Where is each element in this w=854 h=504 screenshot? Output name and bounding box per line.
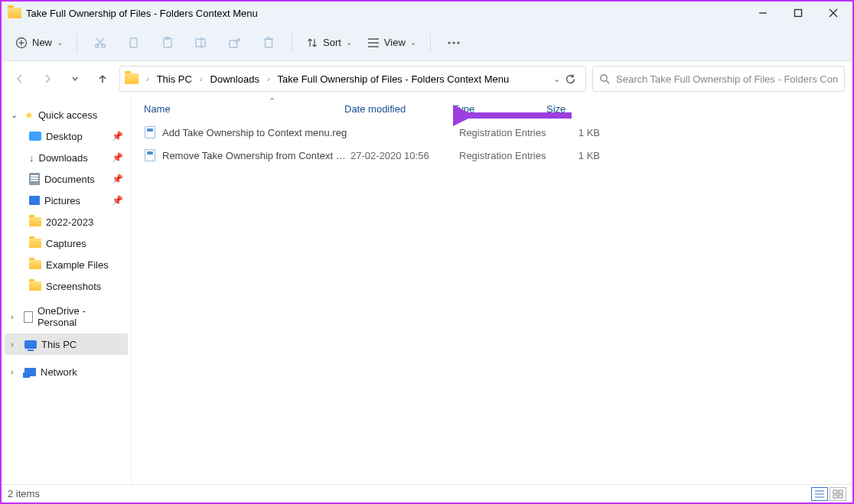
- sidebar-label: Screenshots: [46, 281, 101, 292]
- svg-rect-11: [130, 38, 137, 47]
- file-type: Registration Entries: [459, 127, 552, 138]
- pc-icon: [24, 340, 37, 349]
- paste-button[interactable]: [152, 30, 183, 56]
- recent-locations-button[interactable]: [64, 68, 86, 89]
- svg-rect-35: [839, 495, 843, 498]
- sidebar-label: Downloads: [39, 152, 88, 164]
- sidebar-documents[interactable]: Documents📌: [5, 168, 128, 190]
- refresh-button[interactable]: [565, 73, 576, 85]
- sidebar-quick-access[interactable]: ⌄ ★ Quick access: [5, 104, 128, 125]
- column-type[interactable]: Type: [453, 103, 546, 115]
- search-input[interactable]: [616, 73, 838, 85]
- sidebar-network[interactable]: ›Network: [5, 361, 128, 382]
- address-bar[interactable]: › This PC › Downloads › Take Full Owners…: [119, 66, 586, 92]
- sidebar-folder-captures[interactable]: Captures: [5, 232, 128, 254]
- back-button[interactable]: [9, 68, 31, 89]
- page-icon: [24, 311, 33, 323]
- svg-point-23: [448, 41, 450, 44]
- file-name: Add Take Ownership to Context menu.reg: [162, 127, 350, 138]
- copy-button[interactable]: [119, 30, 149, 56]
- status-item-count: 2 items: [8, 488, 40, 499]
- sidebar-label: 2022-2023: [46, 216, 93, 228]
- forward-button[interactable]: [37, 68, 58, 89]
- file-row[interactable]: Remove Take Ownership from Context M... …: [132, 144, 852, 167]
- sidebar-folder-2022-2023[interactable]: 2022-2023: [5, 211, 128, 232]
- minimize-button[interactable]: [745, 2, 781, 24]
- sidebar-label: Example Files: [46, 259, 109, 271]
- file-row[interactable]: Add Take Ownership to Context menu.reg R…: [132, 121, 852, 144]
- delete-button[interactable]: [253, 30, 284, 56]
- sidebar-folder-screenshots[interactable]: Screenshots: [5, 275, 128, 297]
- file-name: Remove Take Ownership from Context M...: [162, 150, 350, 161]
- sort-label: Sort: [323, 37, 341, 48]
- chevron-right-icon: ›: [264, 74, 273, 83]
- pin-icon: 📌: [112, 174, 123, 184]
- chevron-right-icon: ›: [197, 74, 206, 83]
- sidebar-desktop[interactable]: Desktop📌: [5, 125, 128, 147]
- rename-button[interactable]: [186, 30, 217, 56]
- sidebar-downloads[interactable]: ↓Downloads📌: [5, 147, 128, 168]
- folder-icon: [29, 239, 41, 248]
- sidebar-onedrive[interactable]: ›OneDrive - Personal: [5, 306, 128, 327]
- desktop-icon: [29, 132, 41, 141]
- pin-icon: 📌: [112, 131, 123, 141]
- breadcrumb-current[interactable]: Take Full Ownership of Files - Folders C…: [276, 73, 511, 85]
- sidebar-this-pc[interactable]: ›This PC: [5, 333, 128, 355]
- sidebar-label: Pictures: [44, 195, 80, 206]
- status-bar: 2 items: [2, 484, 852, 502]
- more-button[interactable]: [438, 30, 469, 56]
- maximize-button[interactable]: [781, 2, 816, 24]
- chevron-down-icon: ⌄: [11, 110, 20, 120]
- chevron-down-icon[interactable]: ⌄: [553, 74, 560, 84]
- sort-button[interactable]: Sort ⌄: [300, 30, 358, 56]
- column-name[interactable]: Name ⌃: [144, 103, 344, 115]
- new-button[interactable]: New ⌄: [9, 30, 69, 56]
- sidebar-label: Network: [41, 366, 77, 378]
- navigation-pane: ⌄ ★ Quick access Desktop📌 ↓Downloads📌 Do…: [2, 96, 132, 484]
- sidebar-label: Documents: [44, 174, 95, 185]
- folder-icon: [29, 281, 41, 291]
- thumbnails-view-button[interactable]: [830, 487, 846, 501]
- search-box[interactable]: [592, 66, 845, 92]
- file-date: 27-02-2020 10:56: [350, 150, 459, 161]
- column-size[interactable]: Size: [546, 103, 601, 115]
- sidebar-folder-example-files[interactable]: Example Files: [5, 254, 128, 275]
- file-type: Registration Entries: [459, 150, 552, 161]
- download-icon: ↓: [29, 152, 34, 164]
- chevron-down-icon: ⌄: [410, 38, 416, 47]
- window-title: Take Full Ownership of Files - Folders C…: [26, 8, 258, 19]
- up-button[interactable]: [92, 68, 113, 89]
- network-icon: [24, 368, 36, 376]
- sidebar-pictures[interactable]: Pictures📌: [5, 190, 128, 211]
- close-button[interactable]: [816, 2, 851, 24]
- chevron-right-icon: ›: [11, 312, 19, 321]
- sidebar-label: Desktop: [46, 131, 83, 142]
- column-date[interactable]: Date modified: [344, 103, 453, 115]
- svg-rect-33: [839, 490, 843, 493]
- breadcrumb-downloads[interactable]: Downloads: [209, 73, 261, 85]
- pin-icon: 📌: [112, 195, 123, 206]
- share-button[interactable]: [220, 30, 250, 56]
- view-button[interactable]: View ⌄: [361, 30, 422, 56]
- sidebar-label: Captures: [46, 238, 86, 249]
- chevron-down-icon: ⌄: [57, 38, 63, 47]
- navigation-row: › This PC › Downloads › Take Full Owners…: [2, 61, 852, 96]
- cut-button[interactable]: [85, 30, 116, 56]
- chevron-right-icon: ›: [11, 340, 20, 349]
- title-bar: Take Full Ownership of Files - Folders C…: [2, 2, 852, 24]
- pictures-icon: [29, 196, 40, 205]
- star-icon: ★: [24, 109, 34, 121]
- svg-point-25: [457, 41, 459, 44]
- sidebar-label: OneDrive - Personal: [37, 305, 123, 328]
- folder-icon: [29, 260, 41, 269]
- svg-rect-1: [795, 10, 802, 17]
- svg-rect-17: [266, 39, 272, 47]
- folder-icon: [29, 217, 41, 226]
- reg-file-icon: [144, 126, 156, 138]
- file-size: 1 KB: [552, 150, 608, 161]
- breadcrumb-this-pc[interactable]: This PC: [155, 73, 194, 85]
- view-label: View: [384, 37, 406, 48]
- file-list-area: Name ⌃ Date modified Type Size Add Take …: [132, 96, 852, 484]
- details-view-button[interactable]: [811, 487, 828, 501]
- search-icon: [599, 73, 610, 84]
